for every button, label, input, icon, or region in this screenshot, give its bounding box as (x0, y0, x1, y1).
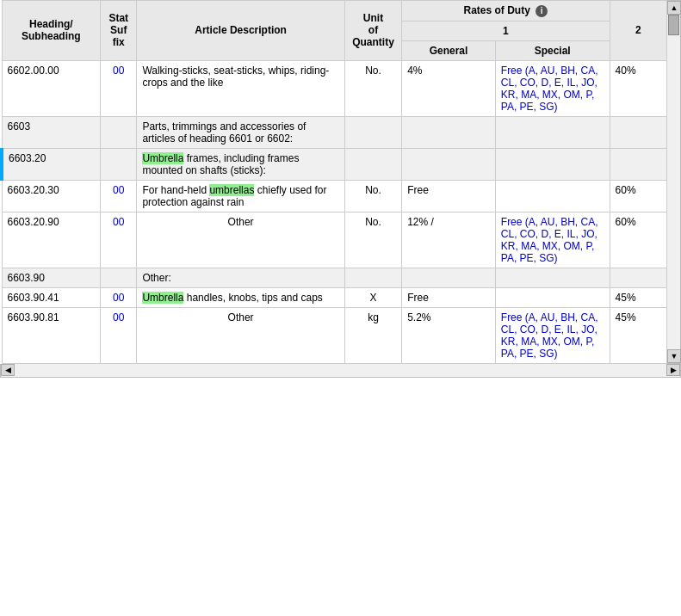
table-row: 6603.90.41 00 Umbrella handles, knobs, t… (2, 287, 667, 307)
stat-cell: 00 (101, 60, 137, 116)
article-cell: Parts, trimmings and accessories of arti… (137, 116, 344, 148)
stat-link[interactable]: 00 (113, 184, 124, 196)
article-desc-header: Article Description (137, 1, 344, 61)
heading-cell: 6603.20.90 (2, 212, 101, 268)
highlight-umbrellas: umbrellas (209, 184, 254, 196)
stat-cell: 00 (101, 212, 137, 268)
col2-cell (610, 116, 666, 148)
stat-cell (101, 116, 137, 148)
col2-cell: 60% (610, 212, 666, 268)
col1-subheader: 1 (402, 21, 610, 40)
unit-cell (344, 116, 401, 148)
col2-cell (610, 268, 666, 287)
special-header: Special (495, 40, 610, 60)
unit-cell (344, 268, 401, 287)
col2-header: 2 (610, 1, 666, 61)
horizontal-scrollbar[interactable]: ◀ ▶ (0, 364, 681, 378)
rates-of-duty-header: Rates of Duty i (402, 1, 610, 22)
page-wrapper: Heading/Subheading StatSuffix Article De… (0, 0, 681, 378)
heading-cell: 6602.00.00 (2, 60, 101, 116)
article-cell: Umbrella handles, knobs, tips and caps (137, 287, 344, 307)
article-cell: Other: (137, 268, 344, 287)
unit-cell: kg (344, 307, 401, 363)
special-cell: Free (A, AU, BH, CA, CL, CO, D, E, IL, J… (495, 212, 610, 268)
table-row: 6603 Parts, trimmings and accessories of… (2, 116, 667, 148)
stat-link[interactable]: 00 (113, 216, 124, 228)
article-cell: Walking-sticks, seat-sticks, whips, ridi… (137, 60, 344, 116)
scroll-left-button[interactable]: ◀ (1, 364, 15, 376)
heading-cell: 6603 (2, 116, 101, 148)
special-cell: Free (A, AU, BH, CA, CL, CO, D, E, IL, J… (495, 60, 610, 116)
article-cell: For hand-held umbrellas chiefly used for… (137, 180, 344, 212)
heading-subheading-header: Heading/Subheading (2, 1, 101, 61)
col2-cell: 60% (610, 180, 666, 212)
stat-cell: 00 (101, 307, 137, 363)
special-link[interactable]: Free (A, AU, BH, CA, CL, CO, D, E, IL, J… (501, 311, 598, 360)
main-table-wrap: Heading/Subheading StatSuffix Article De… (0, 0, 667, 364)
general-cell (402, 116, 496, 148)
general-header: General (402, 40, 496, 60)
general-cell: 12% / (402, 212, 496, 268)
stat-link[interactable]: 00 (113, 311, 124, 323)
table-scroll-area: Heading/Subheading StatSuffix Article De… (0, 0, 681, 364)
general-cell: Free (402, 287, 496, 307)
h-scroll-track[interactable] (15, 364, 666, 376)
article-cell: Umbrella frames, including frames mounte… (137, 148, 344, 180)
highlight-umbrella-2: Umbrella (142, 292, 183, 304)
article-cell: Other (137, 307, 344, 363)
table-row: 6603.90 Other: (2, 268, 667, 287)
general-cell (402, 148, 496, 180)
stat-cell (101, 268, 137, 287)
unit-cell (344, 148, 401, 180)
general-cell: 4% (402, 60, 496, 116)
stat-cell: 00 (101, 180, 137, 212)
heading-cell: 6603.20 (2, 148, 101, 180)
special-cell (495, 268, 610, 287)
general-cell (402, 268, 496, 287)
table-row: 6603.20 Umbrella frames, including frame… (2, 148, 667, 180)
table-row: 6603.90.81 00 Other kg 5.2% Free (A, AU,… (2, 307, 667, 363)
special-cell (495, 148, 610, 180)
stat-suffix-header: StatSuffix (101, 1, 137, 61)
stat-link[interactable]: 00 (113, 65, 124, 77)
unit-qty-header: UnitofQuantity (344, 1, 401, 61)
unit-cell: No. (344, 60, 401, 116)
table-row: 6603.20.90 00 Other No. 12% / Free (A, A… (2, 212, 667, 268)
unit-cell: No. (344, 212, 401, 268)
unit-cell: No. (344, 180, 401, 212)
special-link[interactable]: Free (A, AU, BH, CA, CL, CO, D, E, IL, J… (501, 216, 598, 264)
stat-link[interactable]: 00 (113, 292, 124, 304)
special-cell (495, 116, 610, 148)
heading-cell: 6603.90.41 (2, 287, 101, 307)
special-cell (495, 287, 610, 307)
vertical-scrollbar[interactable]: ▲ ▼ (667, 0, 681, 364)
info-icon[interactable]: i (536, 5, 548, 17)
heading-cell: 6603.90 (2, 268, 101, 287)
stat-cell (101, 148, 137, 180)
col2-cell: 40% (610, 60, 666, 116)
tariff-table: Heading/Subheading StatSuffix Article De… (0, 0, 667, 364)
heading-cell: 6603.20.30 (2, 180, 101, 212)
general-cell: Free (402, 180, 496, 212)
unit-cell: X (344, 287, 401, 307)
article-cell: Other (137, 212, 344, 268)
table-row: 6602.00.00 00 Walking-sticks, seat-stick… (2, 60, 667, 116)
special-cell (495, 180, 610, 212)
scroll-down-button[interactable]: ▼ (667, 349, 681, 363)
scroll-thumb[interactable] (668, 15, 679, 35)
table-row: 6603.20.30 00 For hand-held umbrellas ch… (2, 180, 667, 212)
col2-cell: 45% (610, 287, 666, 307)
scroll-track[interactable] (667, 15, 680, 349)
general-cell: 5.2% (402, 307, 496, 363)
scroll-up-button[interactable]: ▲ (667, 1, 681, 15)
col2-cell (610, 148, 666, 180)
special-link[interactable]: Free (A, AU, BH, CA, CL, CO, D, E, IL, J… (501, 65, 598, 113)
scroll-right-button[interactable]: ▶ (666, 364, 680, 376)
special-cell: Free (A, AU, BH, CA, CL, CO, D, E, IL, J… (495, 307, 610, 363)
heading-cell: 6603.90.81 (2, 307, 101, 363)
highlight-umbrella: Umbrella (142, 152, 183, 164)
stat-cell: 00 (101, 287, 137, 307)
col2-cell: 45% (610, 307, 666, 363)
